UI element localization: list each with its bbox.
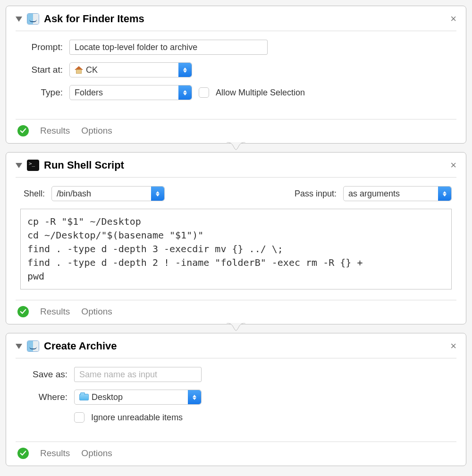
allow-multiple-label: Allow Multiple Selection	[216, 88, 305, 98]
start-at-select[interactable]: CK	[69, 62, 192, 77]
options-button[interactable]: Options	[81, 126, 112, 136]
chevron-updown-icon	[188, 390, 201, 404]
start-at-value: CK	[86, 65, 98, 75]
card-footer: Results Options	[16, 300, 456, 324]
options-button[interactable]: Options	[81, 448, 112, 459]
card-header: Create Archive ×	[16, 340, 456, 358]
pass-input-value: as arguments	[348, 189, 400, 199]
chevron-updown-icon	[178, 85, 192, 100]
results-button[interactable]: Results	[40, 448, 70, 459]
shell-select[interactable]: /bin/bash	[51, 186, 165, 201]
pass-input-select[interactable]: as arguments	[343, 186, 452, 201]
save-as-label: Save as:	[20, 369, 67, 380]
type-row: Type: Folders Allow Multiple Selection	[20, 85, 452, 100]
start-at-row: Start at: CK	[20, 62, 452, 77]
status-ok-icon	[17, 306, 29, 317]
where-label: Where:	[20, 392, 67, 402]
save-as-input[interactable]: Same name as input	[74, 367, 202, 382]
type-select[interactable]: Folders	[69, 85, 192, 100]
save-as-row: Save as: Same name as input	[20, 367, 452, 382]
disclosure-triangle-icon[interactable]	[16, 17, 22, 22]
status-ok-icon	[17, 448, 29, 459]
prompt-label: Prompt:	[20, 42, 63, 52]
ignore-unreadable-label: Ignore unreadable items	[91, 413, 183, 423]
disclosure-triangle-icon[interactable]	[16, 163, 22, 168]
terminal-icon	[27, 160, 39, 171]
card-title: Ask for Finder Items	[44, 13, 144, 25]
prompt-row: Prompt: Locate top-level folder to archi…	[20, 40, 452, 55]
card-title: Run Shell Script	[44, 159, 124, 171]
ignore-unreadable-checkbox[interactable]	[74, 412, 84, 423]
pass-input-label: Pass input:	[295, 189, 337, 199]
finder-icon	[27, 340, 39, 352]
shell-value: /bin/bash	[57, 189, 91, 199]
where-select[interactable]: Desktop	[74, 390, 202, 405]
folder-icon	[79, 394, 89, 400]
workflow-connector-icon	[227, 323, 245, 332]
prompt-input[interactable]: Locate top-level folder to archive	[69, 40, 268, 55]
shell-label: Shell:	[20, 189, 45, 199]
action-create-archive: Create Archive × Save as: Same name as i…	[6, 333, 466, 466]
disclosure-triangle-icon[interactable]	[16, 344, 22, 349]
card-footer: Results Options	[16, 119, 456, 143]
close-icon[interactable]: ×	[450, 14, 456, 24]
options-button[interactable]: Options	[81, 306, 112, 317]
where-row: Where: Desktop	[20, 390, 452, 405]
finder-icon	[27, 13, 39, 25]
workflow-connector-icon	[227, 142, 245, 152]
results-button[interactable]: Results	[40, 306, 70, 317]
close-icon[interactable]: ×	[450, 341, 456, 351]
chevron-updown-icon	[438, 187, 451, 201]
script-textarea[interactable]: cp -R "$1" ~/Desktop cd ~/Desktop/"$(bas…	[20, 209, 452, 289]
close-icon[interactable]: ×	[450, 160, 456, 170]
where-value: Desktop	[92, 392, 123, 402]
card-title: Create Archive	[44, 340, 117, 352]
start-at-label: Start at:	[20, 65, 63, 75]
action-run-shell-script: Run Shell Script × Shell: /bin/bash Pass…	[6, 152, 466, 324]
card-footer: Results Options	[16, 442, 456, 466]
type-label: Type:	[20, 87, 63, 98]
action-ask-finder-items: Ask for Finder Items × Prompt: Locate to…	[6, 6, 466, 144]
status-ok-icon	[17, 125, 29, 136]
card-header: Run Shell Script ×	[16, 159, 456, 178]
home-icon	[75, 66, 83, 74]
chevron-updown-icon	[178, 63, 192, 77]
chevron-updown-icon	[151, 187, 164, 201]
ignore-row: Ignore unreadable items	[20, 412, 452, 423]
type-value: Folders	[75, 88, 103, 98]
card-header: Ask for Finder Items ×	[16, 13, 456, 31]
allow-multiple-checkbox[interactable]	[199, 87, 209, 98]
results-button[interactable]: Results	[40, 126, 70, 136]
